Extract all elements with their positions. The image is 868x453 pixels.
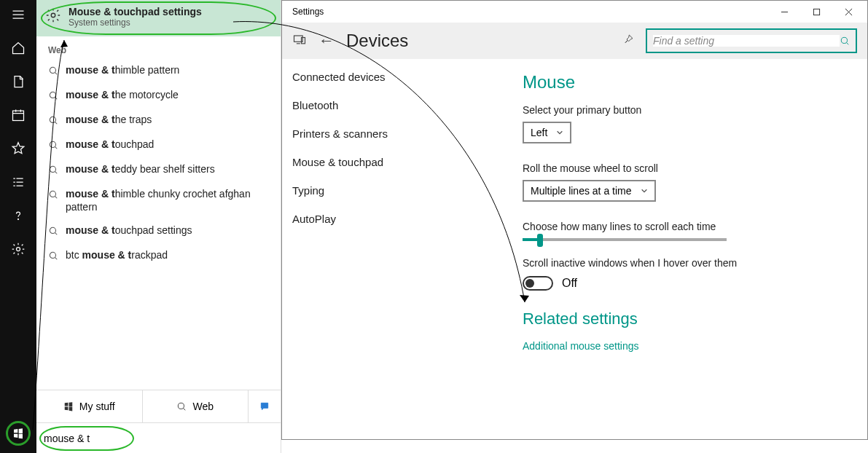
settings-search-input[interactable] (653, 35, 840, 47)
nav-item[interactable]: Connected devices (292, 71, 505, 83)
search-icon (48, 88, 58, 103)
lines-slider[interactable] (523, 238, 727, 241)
suggestion-text: mouse & the traps (66, 113, 152, 126)
svg-point-16 (841, 37, 847, 43)
menu-icon[interactable] (9, 6, 27, 23)
svg-point-6 (50, 117, 55, 122)
search-suggestion[interactable]: mouse & thimble chunky crochet afghan pa… (36, 182, 281, 218)
search-suggestion[interactable]: btc mouse & trackpad (36, 243, 281, 268)
settings-search[interactable] (646, 28, 857, 53)
search-suggestion[interactable]: mouse & the motorcycle (36, 83, 281, 108)
mouse-heading: Mouse (523, 72, 853, 92)
suggestion-text: mouse & teddy bear shelf sitters (66, 162, 215, 176)
suggestion-text: mouse & thimble pattern (66, 63, 179, 76)
document-icon[interactable] (9, 73, 27, 90)
search-panel: Mouse & touchpad settings System setting… (36, 0, 281, 453)
additional-mouse-settings-link[interactable]: Additional mouse settings (523, 340, 853, 352)
svg-point-3 (51, 13, 55, 17)
inactive-scroll-label: Scroll inactive windows when I hover ove… (523, 257, 853, 269)
best-match-subtitle: System settings (69, 17, 202, 28)
settings-content: Mouse Select your primary button Left Ro… (515, 59, 867, 439)
search-suggestion[interactable]: mouse & touchpad settings (36, 218, 281, 243)
start-button[interactable] (6, 421, 31, 446)
svg-rect-13 (813, 9, 819, 15)
calendar-icon[interactable] (9, 106, 27, 124)
chevron-down-icon (641, 187, 648, 194)
svg-point-9 (50, 191, 55, 197)
search-input-row (36, 422, 281, 453)
scroll-mode-dropdown[interactable]: Multiple lines at a time (523, 180, 656, 202)
titlebar: Settings (282, 1, 867, 23)
search-suggestion[interactable]: mouse & the traps (36, 108, 281, 133)
svg-point-12 (179, 403, 184, 409)
nav-item[interactable]: Typing (292, 184, 505, 197)
best-match-title: Mouse & touchpad settings (69, 6, 202, 17)
home-icon[interactable] (9, 39, 27, 57)
close-button[interactable] (832, 1, 864, 23)
feedback-button[interactable] (249, 390, 281, 422)
lines-label: Choose how many lines to scroll each tim… (523, 221, 853, 232)
list-icon[interactable] (9, 173, 27, 191)
suggestion-text: mouse & the motorcycle (66, 88, 179, 101)
search-suggestion[interactable]: mouse & teddy bear shelf sitters (36, 157, 281, 182)
search-icon (48, 138, 58, 152)
web-tab[interactable]: Web (143, 390, 249, 422)
svg-point-5 (50, 92, 55, 98)
related-heading: Related settings (523, 310, 853, 328)
chevron-down-icon (556, 129, 563, 136)
suggestion-text: mouse & thimble chunky crochet afghan pa… (66, 187, 255, 213)
suggestion-text: btc mouse & trackpad (66, 248, 168, 261)
search-footer-tabs: My stuff Web (36, 390, 281, 422)
search-icon (48, 113, 58, 127)
svg-point-8 (50, 166, 55, 172)
window-title: Settings (292, 7, 324, 17)
svg-point-10 (50, 228, 55, 234)
search-icon (48, 187, 58, 202)
primary-button-dropdown[interactable]: Left (523, 122, 571, 143)
suggestion-text: mouse & touchpad (66, 138, 154, 151)
suggestion-list: mouse & thimble patternmouse & the motor… (36, 58, 281, 390)
svg-point-7 (50, 141, 55, 147)
search-icon (48, 162, 58, 177)
svg-rect-0 (13, 111, 24, 120)
maximize-button[interactable] (800, 1, 832, 23)
my-stuff-label: My stuff (79, 401, 115, 412)
help-icon[interactable] (9, 207, 27, 224)
svg-point-11 (50, 253, 55, 259)
search-suggestion[interactable]: mouse & touchpad (36, 133, 281, 157)
devices-icon (292, 32, 307, 50)
toggle-value: Off (562, 277, 577, 290)
nav-item[interactable]: AutoPlay (292, 213, 505, 225)
inactive-scroll-toggle[interactable] (523, 276, 553, 291)
search-icon (48, 63, 58, 78)
svg-point-4 (50, 67, 55, 73)
search-icon (48, 248, 58, 263)
back-button[interactable]: ← (318, 31, 335, 50)
pin-icon[interactable] (622, 34, 634, 48)
primary-button-label: Select your primary button (523, 104, 853, 116)
minimize-button[interactable] (768, 1, 800, 23)
scroll-mode-value: Multiple lines at a time (531, 185, 632, 197)
settings-header: ← Devices (282, 23, 867, 59)
suggestion-text: mouse & touchpad settings (66, 224, 192, 237)
settings-rail-icon[interactable] (9, 240, 27, 258)
cortana-rail (0, 0, 36, 453)
search-icon (840, 36, 850, 46)
search-input[interactable] (44, 433, 273, 444)
settings-nav: Connected devicesBluetoothPrinters & sca… (282, 59, 515, 439)
nav-item[interactable]: Printers & scanners (292, 127, 505, 140)
svg-point-2 (17, 248, 20, 251)
gear-icon (45, 7, 61, 26)
best-match-result[interactable]: Mouse & touchpad settings System setting… (36, 0, 281, 36)
svg-point-1 (18, 219, 19, 220)
web-tab-label: Web (192, 401, 214, 412)
header-title: Devices (346, 31, 611, 51)
nav-item[interactable]: Mouse & touchpad (292, 156, 505, 168)
search-suggestion[interactable]: mouse & thimble pattern (36, 58, 281, 83)
primary-button-value: Left (531, 127, 547, 138)
star-icon[interactable] (9, 140, 27, 157)
settings-window: Settings ← Devices Connected devicesBlue… (281, 0, 868, 440)
nav-item[interactable]: Bluetooth (292, 99, 505, 111)
search-icon (48, 224, 58, 238)
my-stuff-tab[interactable]: My stuff (36, 390, 143, 422)
